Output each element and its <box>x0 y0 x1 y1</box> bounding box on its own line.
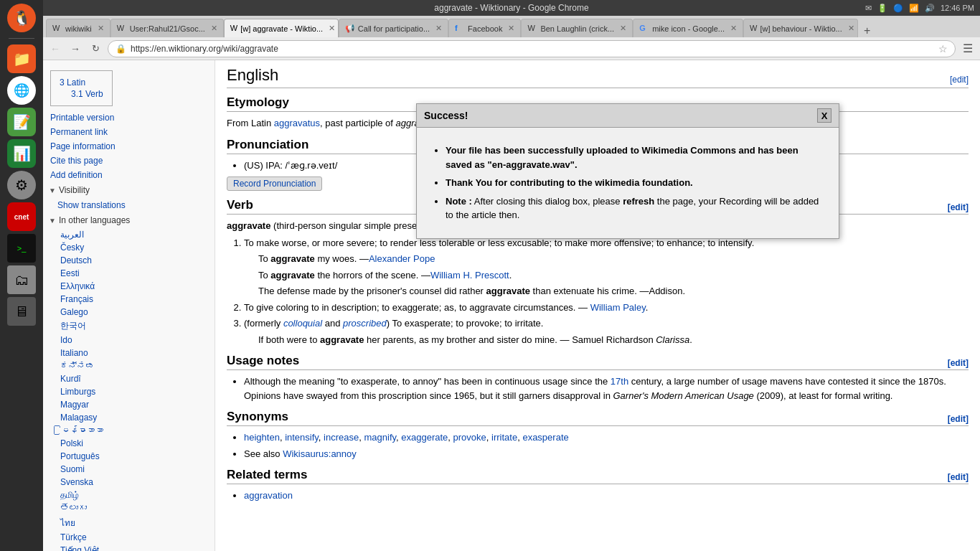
tab-close-behaviour[interactable]: ✕ <box>848 24 854 33</box>
url-text: https://en.wiktionary.org/wiki/aggravate <box>131 44 934 54</box>
window-title: aggravate - Wiktionary - Google Chrome <box>49 3 974 13</box>
forward-button[interactable]: → <box>67 41 83 57</box>
sidebar-lang-francais[interactable]: Français <box>55 293 215 306</box>
tab-close-mike[interactable]: ✕ <box>730 24 737 33</box>
sidebar-lang-portugues[interactable]: Português <box>55 450 215 463</box>
tab-user-rahul[interactable]: W User:Rahul21/Gsoc... ✕ <box>110 19 224 37</box>
sidebar-lang-burmese[interactable]: မြန်မာဘာသာ <box>55 424 215 437</box>
sidebar-lang-galego[interactable]: Galego <box>55 306 215 319</box>
toc-link-latin[interactable]: 3 Latin <box>60 77 85 88</box>
sidebar-show-translations[interactable]: Show translations <box>43 198 215 212</box>
sidebar-lang-turkish[interactable]: Türkçe <box>55 531 215 544</box>
address-bar: ← → ↻ 🔒 https://en.wiktionary.org/wiki/a… <box>43 37 980 60</box>
dialog-body: Your file has been successfully uploaded… <box>417 128 839 238</box>
visibility-label: Visibility <box>59 185 90 195</box>
sidebar: 3 Latin 3.1 Verb Printable version Perma… <box>43 60 215 551</box>
tab-close-ben[interactable]: ✕ <box>620 24 626 33</box>
cnet-icon[interactable]: cnet <box>7 202 36 231</box>
tab-label-behaviour: [w] behaviour - Wiktio... <box>760 24 842 33</box>
sidebar-lang-italiano[interactable]: Italiano <box>55 347 215 359</box>
sidebar-lang-thai[interactable]: ไทย <box>55 514 215 531</box>
sidebar-lang-arabic[interactable]: العربية <box>55 228 215 241</box>
sidebar-lang-greek[interactable]: Ελληνικά <box>55 280 215 293</box>
bookmark-star-icon[interactable]: ☆ <box>938 43 948 55</box>
folder2-icon[interactable]: 🗂 <box>7 265 36 294</box>
sidebar-lang-telugu[interactable]: తెలుగు <box>55 501 215 514</box>
writer-icon[interactable]: 📝 <box>7 108 36 136</box>
dialog-message-2-text: Thank You for contributing to the wikime… <box>446 177 693 188</box>
sidebar-lang-vietnamese[interactable]: Tiếng Việt <box>55 544 215 551</box>
sidebar-lang-cesky[interactable]: Česky <box>55 241 215 254</box>
sidebar-printable-version[interactable]: Printable version <box>43 110 215 125</box>
toc-link-verb[interactable]: 3.1 Verb <box>71 89 103 99</box>
browser-area: 3 Latin 3.1 Verb Printable version Perma… <box>43 60 980 551</box>
tab-wikiwiki[interactable]: W wikiwiki ✕ <box>46 19 110 37</box>
tab-close-aggravate[interactable]: ✕ <box>329 24 335 33</box>
mail-icon: ✉ <box>865 4 872 13</box>
sidebar-lang-korean[interactable]: 한국어 <box>55 319 215 334</box>
dialog-message-1: Your file has been successfully uploaded… <box>446 143 824 171</box>
sidebar-lang-deutsch[interactable]: Deutsch <box>55 254 215 267</box>
ssl-lock-icon: 🔒 <box>116 44 126 54</box>
tab-close-wikiwiki[interactable]: ✕ <box>98 24 104 33</box>
url-box[interactable]: 🔒 https://en.wiktionary.org/wiki/aggrava… <box>108 40 956 57</box>
success-dialog: Success! X Your file has been successful… <box>416 103 839 239</box>
settings-icon[interactable]: ⚙ <box>7 171 36 199</box>
battery-icon: 🔋 <box>877 4 887 13</box>
sidebar-languages-list: العربية Česky Deutsch Eesti Ελληνικά Fra… <box>43 228 215 551</box>
toc-item-latin[interactable]: 3 Latin <box>60 77 103 88</box>
back-button[interactable]: ← <box>47 41 63 57</box>
tab-bar: W wikiwiki ✕ W User:Rahul21/Gsoc... ✕ W … <box>43 16 980 37</box>
sidebar-add-definition[interactable]: Add definition <box>43 168 215 182</box>
terminal-icon[interactable]: >_ <box>7 234 36 263</box>
sidebar-lang-malagasy[interactable]: Malagasy <box>55 411 215 424</box>
dialog-refresh-word: refresh <box>623 196 654 207</box>
browser-icon[interactable]: 🌐 <box>7 76 36 105</box>
refresh-button[interactable]: ↻ <box>88 41 103 57</box>
other-languages-arrow-icon: ▼ <box>49 217 56 225</box>
new-tab-button[interactable]: + <box>858 24 876 37</box>
tab-close-call-for[interactable]: ✕ <box>435 24 442 33</box>
tab-favicon-ben: W <box>527 24 537 34</box>
tab-close-user-rahul[interactable]: ✕ <box>211 24 217 33</box>
dialog-note-before-refresh: After closing this dialog box, please <box>474 196 623 207</box>
spreadsheet-icon[interactable]: 📊 <box>7 139 36 168</box>
tab-ben-laughlin[interactable]: W Ben Laughlin (crick... ✕ <box>521 19 633 37</box>
sidebar-permanent-link[interactable]: Permanent link <box>43 125 215 139</box>
tab-favicon-aggravate: W <box>230 24 237 34</box>
dialog-message-1-text: Your file has been successfully uploaded… <box>446 145 798 170</box>
files-icon[interactable]: 📁 <box>7 44 36 73</box>
tab-favicon-behaviour: W <box>750 24 757 34</box>
sidebar-page-information[interactable]: Page information <box>43 139 215 154</box>
toc-box: 3 Latin 3.1 Verb <box>50 70 113 106</box>
tab-facebook[interactable]: f Facebook ✕ <box>448 19 521 37</box>
tab-favicon-facebook: f <box>455 24 465 34</box>
tab-behaviour[interactable]: W [w] behaviour - Wiktio... ✕ <box>743 19 858 37</box>
sidebar-lang-eesti[interactable]: Eesti <box>55 267 215 280</box>
toc-item-verb[interactable]: 3.1 Verb <box>60 88 103 100</box>
sidebar-lang-kannada[interactable]: ಕನ್ನಡ <box>55 359 215 372</box>
chrome-menu-icon[interactable]: ☰ <box>960 42 976 55</box>
dialog-close-button[interactable]: X <box>817 108 831 123</box>
tab-aggravate[interactable]: W [w] aggravate - Wiktio... ✕ <box>224 19 339 37</box>
ubuntu-icon[interactable]: 🐧 <box>7 4 36 32</box>
volume-icon: 🔊 <box>925 4 935 13</box>
sidebar-lang-kurdi[interactable]: Kurdî <box>55 372 215 385</box>
sidebar-lang-limburgs[interactable]: Limburgs <box>55 385 215 398</box>
tab-close-facebook[interactable]: ✕ <box>508 24 514 33</box>
bottom-icon[interactable]: 🖥 <box>7 297 36 326</box>
sidebar-lang-ido[interactable]: Ido <box>55 334 215 347</box>
visibility-arrow-icon: ▼ <box>49 187 56 194</box>
sidebar-lang-polski[interactable]: Polski <box>55 437 215 450</box>
sidebar-lang-suomi[interactable]: Suomi <box>55 463 215 476</box>
tab-label-aggravate: [w] aggravate - Wiktio... <box>240 24 323 33</box>
sidebar-cite-this-page[interactable]: Cite this page <box>43 154 215 168</box>
sidebar-lang-tamil[interactable]: தமிழ் <box>55 489 215 501</box>
tab-mike-icon[interactable]: G mike icon - Google... ✕ <box>633 19 743 37</box>
bluetooth-icon: 🔵 <box>893 4 903 13</box>
sidebar-visibility-section[interactable]: ▼ Visibility <box>43 182 215 198</box>
sidebar-lang-magyar[interactable]: Magyar <box>55 398 215 411</box>
tab-call-for[interactable]: 📢 Call for participatio... ✕ <box>339 19 448 37</box>
sidebar-other-languages-section[interactable]: ▼ In other languages <box>43 212 215 228</box>
sidebar-lang-svenska[interactable]: Svenska <box>55 476 215 489</box>
